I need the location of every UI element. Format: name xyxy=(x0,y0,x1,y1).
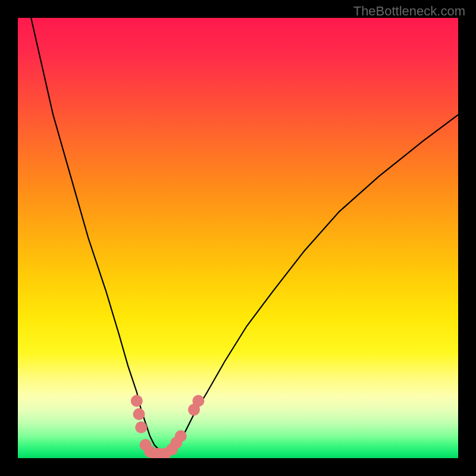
curve-markers xyxy=(131,395,205,458)
watermark-text: TheBottleneck.com xyxy=(353,4,465,19)
curve-svg xyxy=(18,18,458,458)
plot-area xyxy=(18,18,458,458)
data-marker xyxy=(135,421,147,433)
data-marker xyxy=(133,408,145,420)
data-marker xyxy=(175,430,187,442)
data-marker xyxy=(192,395,204,407)
data-marker xyxy=(131,395,143,407)
bottleneck-curve xyxy=(31,18,458,454)
